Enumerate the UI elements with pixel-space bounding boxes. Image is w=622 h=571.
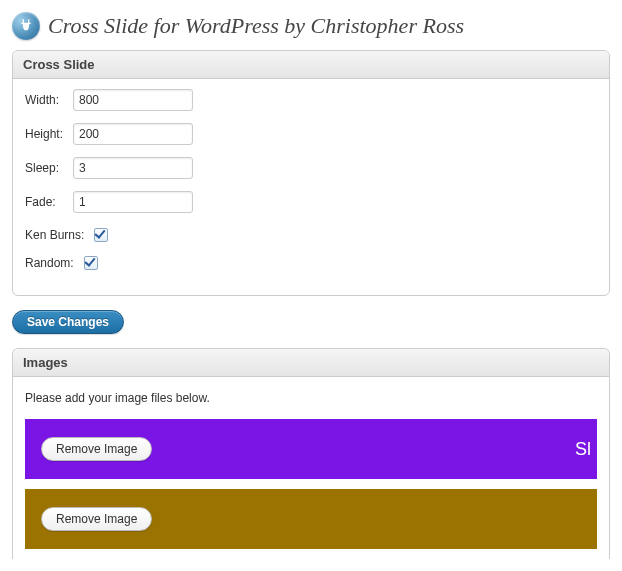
images-panel-body: Please add your image files below. Sl Re… (13, 377, 609, 549)
settings-panel: Cross Slide Width: Height: Sleep: Fade: … (12, 50, 610, 296)
settings-panel-title: Cross Slide (13, 51, 609, 79)
remove-image-button[interactable]: Remove Image (41, 437, 152, 461)
remove-image-button[interactable]: Remove Image (41, 507, 152, 531)
save-changes-button[interactable]: Save Changes (12, 310, 124, 334)
width-row: Width: (25, 89, 597, 111)
fade-row: Fade: (25, 191, 597, 213)
image-slot: Remove Image (25, 489, 597, 549)
width-input[interactable] (73, 89, 193, 111)
height-input[interactable] (73, 123, 193, 145)
sleep-input[interactable] (73, 157, 193, 179)
ken-burns-checkbox[interactable] (94, 228, 108, 242)
height-label: Height: (25, 127, 73, 141)
images-panel-title: Images (13, 349, 609, 377)
page-title: Cross Slide for WordPress by Christopher… (48, 13, 464, 39)
images-help-text: Please add your image files below. (25, 391, 597, 405)
sleep-label: Sleep: (25, 161, 73, 175)
fade-label: Fade: (25, 195, 73, 209)
plugin-icon (12, 12, 40, 40)
ken-burns-label: Ken Burns: (25, 228, 84, 242)
page-header: Cross Slide for WordPress by Christopher… (12, 12, 610, 40)
image-slot: Sl Remove Image (25, 419, 597, 479)
random-row: Random: (25, 253, 597, 273)
fade-input[interactable] (73, 191, 193, 213)
random-label: Random: (25, 256, 74, 270)
image-slot-label-fragment: Sl (575, 437, 591, 461)
images-panel: Images Please add your image files below… (12, 348, 610, 559)
height-row: Height: (25, 123, 597, 145)
width-label: Width: (25, 93, 73, 107)
random-checkbox[interactable] (84, 256, 98, 270)
ken-burns-row: Ken Burns: (25, 225, 597, 245)
settings-panel-body: Width: Height: Sleep: Fade: Ken Burns: R… (13, 79, 609, 295)
sleep-row: Sleep: (25, 157, 597, 179)
